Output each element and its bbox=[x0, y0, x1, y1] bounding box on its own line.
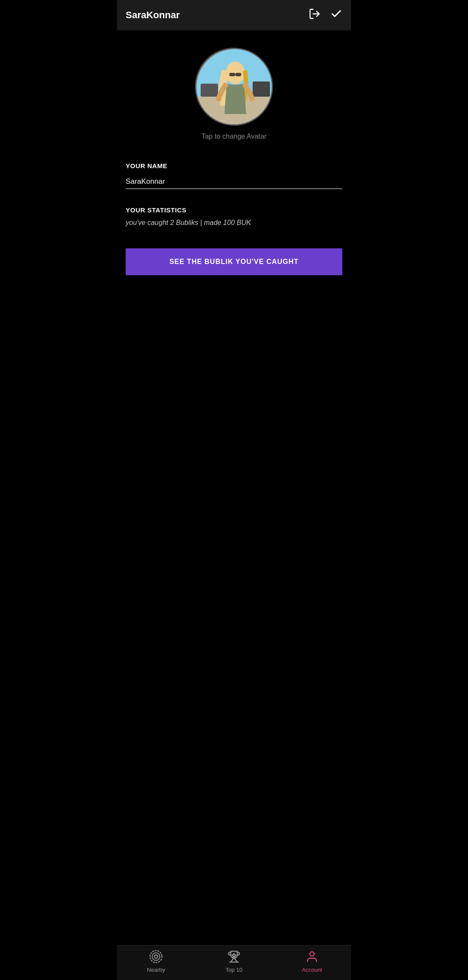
avatar-hint[interactable]: Tap to change Avatar bbox=[202, 133, 266, 140]
svg-rect-8 bbox=[235, 73, 241, 76]
statistics-text: you've caught 2 Bubliks | made 100 BUK bbox=[126, 219, 342, 227]
logout-icon[interactable] bbox=[309, 8, 321, 23]
header-actions bbox=[309, 8, 342, 23]
avatar[interactable] bbox=[195, 48, 273, 126]
name-input[interactable] bbox=[126, 175, 342, 189]
name-section: YOUR NAME bbox=[117, 149, 351, 198]
statistics-section: YOUR STATISTICS you've caught 2 Bubliks … bbox=[117, 198, 351, 231]
statistics-label: YOUR STATISTICS bbox=[126, 206, 342, 214]
name-label: YOUR NAME bbox=[126, 162, 342, 169]
cta-section: SEE THE BUBLIK YOU'VE CAUGHT bbox=[117, 231, 351, 284]
see-bublik-button[interactable]: SEE THE BUBLIK YOU'VE CAUGHT bbox=[126, 248, 342, 275]
svg-rect-5 bbox=[253, 81, 270, 97]
check-icon[interactable] bbox=[330, 8, 342, 23]
avatar-section: Tap to change Avatar bbox=[117, 30, 351, 149]
svg-rect-4 bbox=[201, 84, 218, 97]
page-title: SaraKonnar bbox=[126, 10, 180, 21]
svg-rect-7 bbox=[229, 73, 235, 76]
header: SaraKonnar bbox=[117, 0, 351, 30]
